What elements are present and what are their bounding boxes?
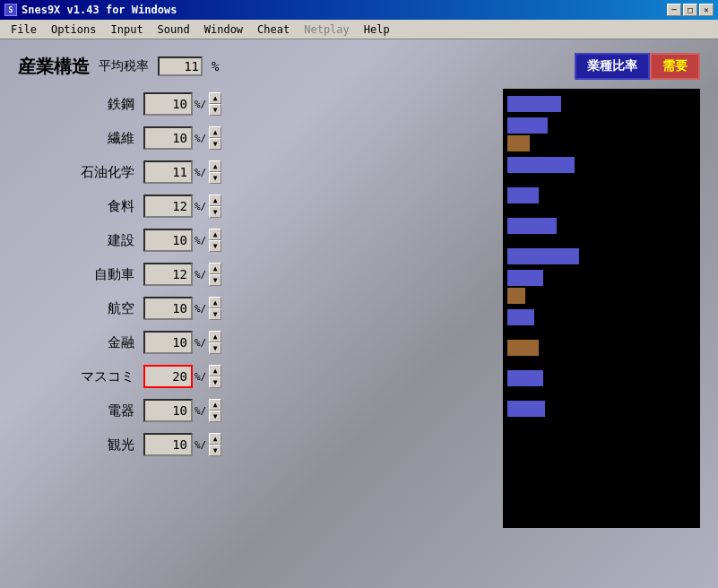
tax-input[interactable] — [143, 160, 193, 184]
arrows: ▲ ▼ — [209, 399, 221, 422]
tax-input[interactable] — [143, 229, 193, 252]
menu-bar: File Options Input Sound Window Cheat Ne… — [0, 20, 718, 39]
industry-row: 電器 %/ ▲ ▼ — [18, 395, 494, 426]
decrement-button[interactable]: ▼ — [209, 138, 221, 150]
close-button[interactable]: ✕ — [699, 4, 714, 16]
chart-bar-row — [503, 211, 700, 241]
bar-blue — [507, 96, 561, 112]
header-row: 産業構造 平均税率 % 業種比率 需要 — [18, 53, 700, 80]
arrows: ▲ ▼ — [209, 92, 221, 116]
bar-blue — [507, 157, 575, 173]
menu-netplay: Netplay — [297, 22, 357, 38]
decrement-button[interactable]: ▼ — [209, 172, 221, 184]
increment-button[interactable]: ▲ — [209, 263, 221, 274]
menu-window[interactable]: Window — [197, 22, 250, 38]
bar-blue — [507, 370, 543, 386]
tax-input[interactable] — [143, 297, 193, 320]
industry-name: 鉄鋼 — [18, 96, 143, 113]
input-group: %/ ▲ ▼ — [143, 160, 221, 184]
arrows: ▲ ▼ — [209, 126, 221, 150]
maximize-button[interactable]: □ — [683, 4, 697, 16]
bar-brown — [507, 340, 539, 356]
industry-row: 繊維 %/ ▲ ▼ — [18, 123, 494, 153]
menu-options[interactable]: Options — [44, 22, 104, 38]
industry-panel: 鉄鋼 %/ ▲ ▼ 繊維 %/ ▲ ▼ 石油化学 — [18, 89, 494, 528]
bar-blue — [507, 248, 579, 264]
increment-button[interactable]: ▲ — [209, 365, 221, 376]
chart-demand-button[interactable]: 需要 — [650, 53, 700, 80]
industry-name: 自動車 — [18, 266, 143, 283]
tax-input[interactable] — [143, 195, 193, 218]
decrement-button[interactable]: ▼ — [209, 206, 221, 218]
tax-input[interactable] — [143, 433, 193, 456]
tax-input[interactable] — [143, 263, 193, 286]
decrement-button[interactable]: ▼ — [209, 308, 221, 320]
increment-button[interactable]: ▲ — [209, 229, 221, 240]
industry-row: 観光 %/ ▲ ▼ — [18, 429, 494, 460]
chart-bar-row — [503, 150, 700, 180]
tax-input[interactable] — [143, 331, 193, 354]
chart-panel — [503, 89, 700, 528]
industry-name: 観光 — [18, 437, 143, 454]
minimize-button[interactable]: ─ — [667, 4, 681, 16]
tax-input[interactable] — [143, 399, 193, 422]
industry-row: 航空 %/ ▲ ▼ — [18, 293, 494, 324]
arrows: ▲ ▼ — [209, 160, 221, 184]
decrement-button[interactable]: ▼ — [209, 376, 221, 388]
increment-button[interactable]: ▲ — [209, 433, 221, 445]
input-group: %/ ▲ ▼ — [143, 433, 221, 456]
increment-button[interactable]: ▲ — [209, 195, 221, 206]
avg-tax-input[interactable] — [158, 56, 203, 76]
decrement-button[interactable]: ▼ — [209, 445, 221, 456]
chart-bar-row — [503, 363, 700, 393]
input-group: %/ ▲ ▼ — [143, 92, 221, 116]
chart-bar-row — [503, 119, 700, 150]
bar-brown — [507, 288, 525, 304]
tax-input[interactable] — [143, 92, 193, 116]
content-area: 鉄鋼 %/ ▲ ▼ 繊維 %/ ▲ ▼ 石油化学 — [18, 89, 700, 528]
chart-ratio-button[interactable]: 業種比率 — [575, 53, 650, 80]
title-bar-buttons: ─ □ ✕ — [667, 4, 714, 16]
bar-blue — [507, 401, 545, 417]
chart-bar-row — [503, 333, 700, 363]
input-group: %/ ▲ ▼ — [143, 365, 221, 388]
decrement-button[interactable]: ▼ — [209, 104, 221, 116]
industry-row: 建設 %/ ▲ ▼ — [18, 225, 494, 255]
decrement-button[interactable]: ▼ — [209, 274, 221, 286]
arrows: ▲ ▼ — [209, 365, 221, 388]
increment-button[interactable]: ▲ — [209, 160, 221, 172]
menu-cheat[interactable]: Cheat — [250, 22, 297, 38]
bar-blue — [507, 117, 548, 134]
decrement-button[interactable]: ▼ — [209, 240, 221, 252]
increment-button[interactable]: ▲ — [209, 297, 221, 308]
chart-bar-row — [503, 89, 700, 119]
title-bar-left: S Snes9X v1.43 for Windows — [4, 4, 177, 16]
bar-blue — [507, 309, 534, 325]
input-group: %/ ▲ ▼ — [143, 399, 221, 422]
input-group: %/ ▲ ▼ — [143, 297, 221, 320]
avg-tax-label: 平均税率 — [99, 58, 149, 74]
industry-row: 自動車 %/ ▲ ▼ — [18, 259, 494, 290]
arrows: ▲ ▼ — [209, 297, 221, 320]
industry-row: 石油化学 %/ ▲ ▼ — [18, 157, 494, 187]
input-group: %/ ▲ ▼ — [143, 126, 221, 150]
increment-button[interactable]: ▲ — [209, 92, 221, 104]
chart-buttons: 業種比率 需要 — [575, 53, 700, 80]
chart-bar-row — [503, 393, 700, 424]
increment-button[interactable]: ▲ — [209, 126, 221, 138]
menu-sound[interactable]: Sound — [151, 22, 197, 38]
tax-input[interactable] — [143, 126, 193, 150]
chart-bar-row — [503, 180, 700, 211]
bar-blue — [507, 187, 539, 203]
decrement-button[interactable]: ▼ — [209, 411, 221, 422]
menu-help[interactable]: Help — [357, 22, 397, 38]
industry-name: 繊維 — [18, 130, 143, 147]
menu-file[interactable]: File — [4, 22, 44, 38]
increment-button[interactable]: ▲ — [209, 331, 221, 342]
increment-button[interactable]: ▲ — [209, 399, 221, 411]
tax-input[interactable] — [143, 365, 193, 388]
menu-input[interactable]: Input — [103, 22, 150, 38]
decrement-button[interactable]: ▼ — [209, 342, 221, 354]
arrows: ▲ ▼ — [209, 263, 221, 286]
chart-bar-row — [503, 241, 700, 272]
